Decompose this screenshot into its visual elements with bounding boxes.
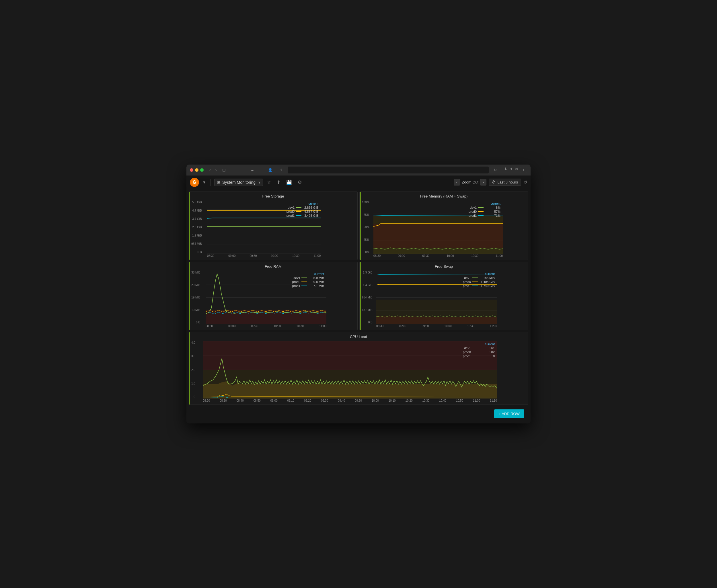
- tab-icon: ⧉: [515, 167, 518, 173]
- y-label: 3.7 GiB: [191, 217, 203, 220]
- svg-marker-30: [376, 300, 497, 324]
- x-label: 09:10: [287, 399, 294, 402]
- x-label: 09:00: [228, 254, 235, 257]
- info-icon: ℹ: [281, 168, 282, 172]
- y-label: 0 B: [191, 251, 203, 254]
- x-label: 10:00: [447, 254, 454, 257]
- y-label: 38 MiB: [191, 271, 201, 274]
- legend-prod1-value: 0: [479, 354, 495, 358]
- legend-dev1-value: 2.866 GiB: [303, 206, 319, 209]
- y-label: 0%: [362, 251, 371, 254]
- x-label: 08:40: [237, 399, 244, 402]
- share-button[interactable]: ⬆: [275, 178, 282, 186]
- grafana-menu-button[interactable]: ▾: [201, 178, 207, 186]
- nav-back-button[interactable]: ‹: [208, 167, 212, 173]
- x-label: 08:30: [376, 324, 384, 328]
- x-label: 09:00: [228, 324, 235, 328]
- address-bar[interactable]: [288, 167, 489, 173]
- cloud-icon: ☁: [250, 168, 254, 172]
- legend-prod1-value: 71%: [485, 214, 500, 217]
- zoom-control: ‹ Zoom Out ›: [454, 179, 486, 186]
- zoom-forward-button[interactable]: ›: [480, 179, 486, 186]
- x-label: 10:10: [389, 399, 396, 402]
- prod1-line-indicator: [472, 356, 478, 356]
- free-ram-panel: Free RAM 38 MiB 29 MiB 19 MiB 10 MiB 0 B: [189, 262, 357, 330]
- cpu-load-content: 4.0 3.0 2.0 1.0 0: [189, 340, 528, 404]
- legend-prod0-label: prod0: [469, 210, 477, 213]
- x-label: 10:30: [471, 254, 478, 257]
- prod1-line-indicator: [302, 286, 307, 286]
- legend-prod0-label: prod0: [287, 210, 294, 213]
- close-button[interactable]: [190, 168, 193, 172]
- x-label: 10:20: [406, 399, 413, 402]
- legend-dev1-label: dev1: [470, 206, 477, 209]
- free-swap-title: Free Swap: [360, 262, 528, 270]
- refresh-button[interactable]: ↺: [524, 180, 527, 185]
- row-3: CPU Load 4.0 3.0 2.0 1.0 0: [189, 332, 528, 405]
- legend-dev1-value: 186 MiB: [479, 276, 495, 279]
- x-label: 09:20: [304, 399, 311, 402]
- prod1-line-indicator: [472, 286, 478, 286]
- time-range-selector[interactable]: ⏱ Last 3 hours: [489, 178, 521, 186]
- x-label: 10:30: [292, 254, 300, 257]
- legend-dev1-label: dev1: [464, 346, 471, 350]
- y-label: 10 MiB: [191, 309, 201, 312]
- y-label: 75%: [362, 213, 371, 216]
- y-label: 1.9 GiB: [362, 271, 374, 274]
- legend-dev1-value: 0.61: [479, 346, 495, 350]
- x-label: 08:30: [373, 254, 381, 257]
- legend-dev1-value: 5.9 MiB: [308, 276, 324, 279]
- legend-prod0-value: 4.587 GiB: [303, 210, 319, 213]
- new-tab-button[interactable]: ＋: [520, 167, 527, 173]
- free-memory-content: 100% 75% 50% 25% 0%: [360, 200, 528, 260]
- window-view-button[interactable]: ⊡: [221, 167, 227, 173]
- x-label: 09:30: [321, 399, 328, 402]
- prod1-line-indicator: [296, 215, 302, 216]
- x-label: 08:20: [203, 399, 210, 402]
- x-label: 09:30: [249, 254, 257, 257]
- legend-prod1-label: prod1: [469, 214, 477, 217]
- x-label: 10:00: [372, 399, 379, 402]
- x-label: 10:30: [296, 324, 304, 328]
- x-label: 08:50: [253, 399, 261, 402]
- grafana-logo[interactable]: G: [190, 178, 199, 187]
- legend-prod1-value: 3.495 GiB: [303, 214, 319, 217]
- nav-forward-button[interactable]: ›: [214, 167, 219, 173]
- traffic-lights: [190, 168, 204, 172]
- add-row-button[interactable]: + ADD ROW: [494, 410, 524, 418]
- dashboard-selector[interactable]: ⊞ System Monitoring ▾: [214, 178, 263, 186]
- prod0-line-indicator: [296, 211, 302, 212]
- settings-button[interactable]: ⚙: [296, 178, 303, 186]
- y-label: 25%: [362, 238, 371, 241]
- free-storage-content: 5.6 GiB 4.7 GiB 3.7 GiB 2.8 GiB 1.9 GiB …: [189, 200, 357, 260]
- x-label: 11:00: [313, 254, 321, 257]
- x-label: 11:00: [319, 324, 326, 328]
- dashboard: Free Storage 5.6 GiB 4.7 GiB 3.7 GiB 2.8…: [186, 189, 531, 423]
- zoom-back-button[interactable]: ‹: [454, 179, 460, 186]
- free-storage-panel: Free Storage 5.6 GiB 4.7 GiB 3.7 GiB 2.8…: [189, 191, 357, 260]
- minimize-button[interactable]: [195, 168, 199, 172]
- legend-prod0-value: 1.404 GiB: [479, 280, 495, 284]
- legend-prod0-value: 0.02: [479, 350, 495, 354]
- x-label: 11:00: [473, 399, 480, 402]
- legend-prod1-value: 7.1 MiB: [308, 284, 324, 288]
- star-button[interactable]: ☆: [265, 178, 273, 186]
- y-label: 19 MiB: [191, 296, 201, 299]
- grafana-toolbar: G ▾ ⊞ System Monitoring ▾ ☆ ⬆ 💾 ⚙ ‹ Zoom…: [186, 175, 531, 189]
- titlebar: ‹ › ⊡ ☁ 👤 ℹ ↻ ⬇ ⬆ ⧉ ＋: [186, 165, 531, 175]
- x-label: 09:40: [338, 399, 345, 402]
- maximize-button[interactable]: [200, 168, 204, 172]
- x-label: 09:30: [422, 254, 429, 257]
- dev1-line-indicator: [302, 277, 307, 278]
- y-label: 1.4 GiB: [362, 284, 374, 287]
- save-button[interactable]: 💾: [285, 178, 294, 186]
- free-memory-panel: Free Memory (RAM + Swap) 100% 75% 50% 25…: [360, 191, 528, 260]
- download-icon: ⬇: [504, 167, 507, 173]
- person-icon: 👤: [268, 168, 272, 172]
- x-label: 08:30: [206, 324, 213, 328]
- x-label: 09:30: [251, 324, 258, 328]
- legend-prod0-label: prod0: [292, 280, 300, 284]
- legend-prod0-value: 9.8 MiB: [308, 280, 324, 284]
- upload-icon: ⬆: [510, 167, 513, 173]
- y-label: 2.0: [191, 369, 197, 372]
